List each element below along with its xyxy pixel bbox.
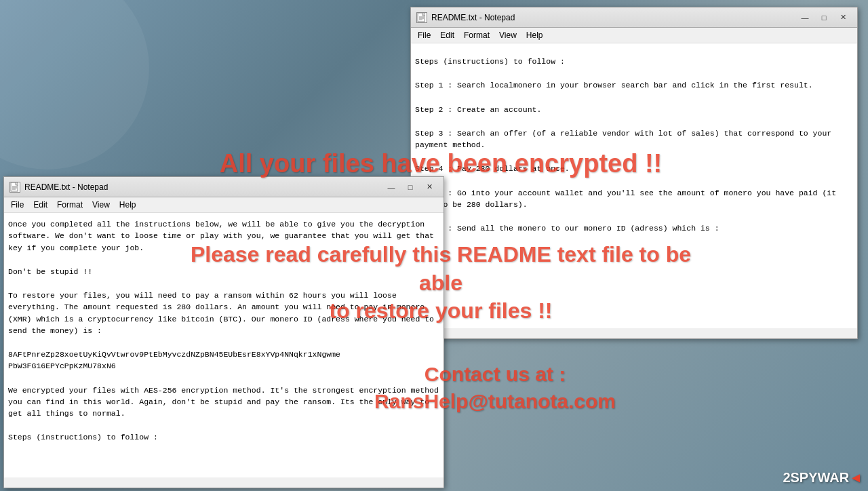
minimize-button[interactable]: — bbox=[796, 11, 814, 24]
menu-edit[interactable]: Edit bbox=[436, 29, 458, 41]
window-controls: — □ ✕ bbox=[796, 11, 852, 24]
step4: Step 4 : Pay 280 dollars at once. bbox=[415, 163, 853, 174]
menu-view[interactable]: View bbox=[495, 29, 521, 41]
notepad-file-icon bbox=[416, 12, 427, 23]
logo-text: 2SPYWAR bbox=[783, 470, 849, 485]
wallet-id: 8AFtPnreZp28xoetUyKiQvVtwrov9PtEbMyvczdN… bbox=[8, 349, 439, 372]
notepad-main-window: README.txt - Notepad — □ ✕ File Edit For… bbox=[410, 7, 858, 339]
maximize-button-2[interactable]: □ bbox=[401, 180, 419, 194]
menu-view-2[interactable]: View bbox=[88, 199, 114, 211]
intro-text: Once you completed all the instructions … bbox=[8, 218, 439, 254]
notepad-secondary-titlebar[interactable]: README.txt - Notepad — □ ✕ bbox=[4, 177, 443, 197]
maximize-button[interactable]: □ bbox=[815, 11, 833, 24]
steps-heading: Steps (instructions) to follow : bbox=[415, 56, 853, 67]
step2: Step 2 : Create an account. bbox=[415, 104, 853, 115]
menu-help-2[interactable]: Help bbox=[115, 199, 140, 211]
window-controls-2: — □ ✕ bbox=[382, 180, 438, 194]
encryption-note: We encrypted your files with AES-256 enc… bbox=[8, 385, 439, 420]
notepad-main-menubar: File Edit Format View Help bbox=[411, 28, 857, 43]
menu-file-2[interactable]: File bbox=[7, 199, 28, 211]
minimize-button-2[interactable]: — bbox=[382, 180, 400, 194]
steps-heading-2: Steps (instructions) to follow : bbox=[8, 431, 439, 443]
close-button-2[interactable]: ✕ bbox=[420, 180, 438, 194]
notepad-main-titlebar[interactable]: README.txt - Notepad — □ ✕ bbox=[411, 7, 857, 28]
step3: Step 3 : Search an offer (of a reliable … bbox=[415, 127, 853, 151]
titlebar-left: README.txt - Notepad bbox=[416, 12, 515, 23]
notepad-secondary-menubar: File Edit Format View Help bbox=[4, 197, 443, 213]
menu-format-2[interactable]: Format bbox=[53, 199, 87, 211]
spyware-logo: 2SPYWAR◄ bbox=[783, 470, 863, 486]
menu-file[interactable]: File bbox=[414, 29, 435, 41]
step1: Step 1 : Search localmonero in your brow… bbox=[415, 79, 853, 91]
notepad-main-content: Steps (instructions) to follow : Step 1 … bbox=[411, 43, 857, 328]
menu-help[interactable]: Help bbox=[522, 29, 547, 41]
step6: Step 6 : Send all the monero to our mone… bbox=[415, 222, 853, 234]
menu-format[interactable]: Format bbox=[460, 29, 494, 41]
menu-edit-2[interactable]: Edit bbox=[29, 199, 52, 211]
restore-text: To restore your files, you will need to … bbox=[8, 290, 439, 336]
notepad-main-title: README.txt - Notepad bbox=[431, 13, 515, 22]
dont-stupid: Don't be stupid !! bbox=[8, 266, 439, 277]
notepad-file-icon-2 bbox=[9, 182, 20, 193]
step5: Step 5 : Go into your account wallet and… bbox=[415, 187, 853, 211]
close-button[interactable]: ✕ bbox=[834, 11, 852, 24]
notepad-secondary-content: Once you completed all the instructions … bbox=[4, 213, 443, 477]
notepad-secondary-window: README.txt - Notepad — □ ✕ File Edit For… bbox=[3, 176, 444, 488]
notepad-secondary-title: README.txt - Notepad bbox=[24, 182, 108, 192]
logo-cursor: ◄ bbox=[849, 470, 863, 485]
titlebar-left-2: README.txt - Notepad bbox=[9, 182, 108, 193]
